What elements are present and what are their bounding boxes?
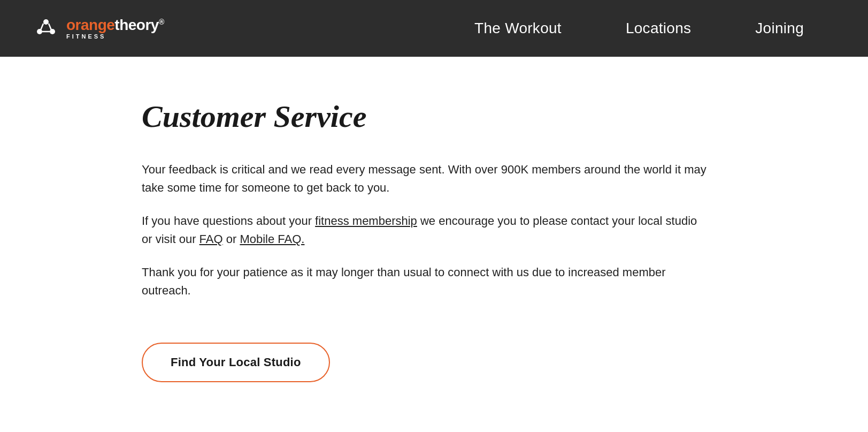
main-nav: The Workout Locations Joining: [442, 20, 836, 37]
page-title: Customer Service: [142, 100, 749, 134]
p2-text-before-link1: If you have questions about your: [142, 214, 315, 228]
svg-line-3: [41, 24, 43, 30]
logo-orange-part: orange: [66, 17, 114, 33]
cta-area: Find Your Local Studio: [142, 343, 749, 382]
paragraph-3: Thank you for your patience as it may lo…: [142, 263, 709, 300]
svg-point-0: [43, 19, 49, 25]
logo-registered: ®: [159, 17, 164, 26]
nav-the-workout[interactable]: The Workout: [442, 20, 594, 37]
paragraph-2: If you have questions about your fitness…: [142, 212, 709, 248]
logo-brand-name: orangetheory®: [66, 18, 164, 33]
logo-text: orangetheory® FITNESS: [66, 18, 164, 40]
fitness-membership-link[interactable]: fitness membership: [315, 214, 417, 228]
site-header: orangetheory® FITNESS The Workout Locati…: [0, 0, 868, 57]
find-studio-button[interactable]: Find Your Local Studio: [142, 343, 330, 382]
content-body: Your feedback is critical and we read ev…: [142, 161, 709, 300]
logo[interactable]: orangetheory® FITNESS: [32, 14, 164, 42]
paragraph-1: Your feedback is critical and we read ev…: [142, 161, 709, 197]
nav-locations[interactable]: Locations: [594, 20, 723, 37]
logo-theory-part: theory: [114, 17, 159, 33]
logo-subtitle: FITNESS: [66, 34, 164, 40]
main-content: Customer Service Your feedback is critic…: [0, 57, 749, 425]
p2-or: or: [223, 232, 240, 246]
mobile-faq-link[interactable]: Mobile FAQ.: [240, 232, 304, 246]
nav-joining[interactable]: Joining: [723, 20, 836, 37]
otf-icon: [32, 14, 60, 42]
svg-line-4: [49, 24, 51, 30]
faq-link[interactable]: FAQ: [199, 232, 223, 246]
